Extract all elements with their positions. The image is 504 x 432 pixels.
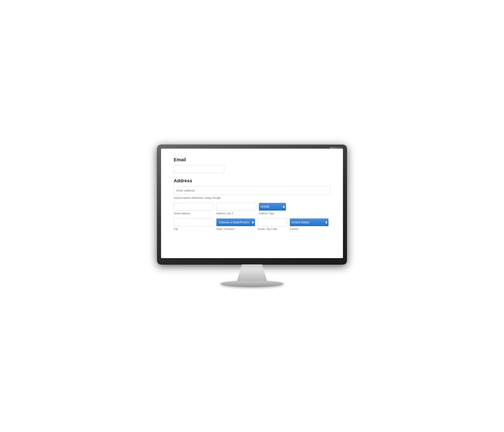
address-label: Address <box>174 178 330 184</box>
state-group: -Choose a State/Province- Alabama Alaska… <box>216 218 255 231</box>
state-select[interactable]: -Choose a State/Province- Alabama Alaska… <box>216 218 255 226</box>
address-line2-group: Address Line 2 <box>216 203 256 215</box>
monitor-wrapper: Email Address Autocomplete addresses usi… <box>157 145 347 287</box>
zip-input[interactable] <box>258 218 287 226</box>
email-section: Email <box>174 157 330 173</box>
address-autocomplete-input[interactable] <box>174 186 330 195</box>
address-line2-input[interactable] <box>216 203 256 211</box>
country-select-wrapper: United States Canada United Kingdom Aust… <box>290 218 329 226</box>
street-address-input[interactable] <box>174 203 214 211</box>
address-type-label: Address Type <box>259 212 286 215</box>
email-input[interactable] <box>174 165 224 173</box>
address-type-select[interactable]: HOME WORK OTHER <box>259 203 286 211</box>
street-address-label: Street Address <box>174 212 214 215</box>
address-line2-label: Address Line 2 <box>216 212 256 215</box>
zip-group: Postal / Zip Code <box>258 218 287 231</box>
country-group: United States Canada United Kingdom Aust… <box>290 218 329 231</box>
monitor-stand-base <box>220 280 284 287</box>
address-row-2: City -Choose a State/Province- Alabama A… <box>174 218 330 231</box>
address-row-1: Street Address Address Line 2 HOME WORK … <box>174 203 330 215</box>
street-address-group: Street Address <box>174 203 214 215</box>
address-section: Address Autocomplete addresses using Goo… <box>174 178 330 231</box>
autocomplete-hint: Autocomplete addresses using Google <box>174 196 330 199</box>
monitor-bezel: Email Address Autocomplete addresses usi… <box>157 145 347 264</box>
screen: Email Address Autocomplete addresses usi… <box>161 149 343 258</box>
zip-label: Postal / Zip Code <box>258 228 287 231</box>
address-type-group: HOME WORK OTHER Address Type <box>259 203 286 215</box>
state-select-wrapper: -Choose a State/Province- Alabama Alaska… <box>216 218 255 226</box>
city-label: City <box>174 228 214 231</box>
country-label: Country <box>290 228 329 231</box>
city-group: City <box>174 218 214 231</box>
state-label: State / Province * <box>216 228 255 231</box>
email-label: Email <box>174 157 330 162</box>
address-type-select-wrapper: HOME WORK OTHER <box>259 203 286 211</box>
monitor-stand-neck <box>235 264 269 281</box>
city-input[interactable] <box>174 218 214 226</box>
country-select[interactable]: United States Canada United Kingdom Aust… <box>290 218 329 226</box>
